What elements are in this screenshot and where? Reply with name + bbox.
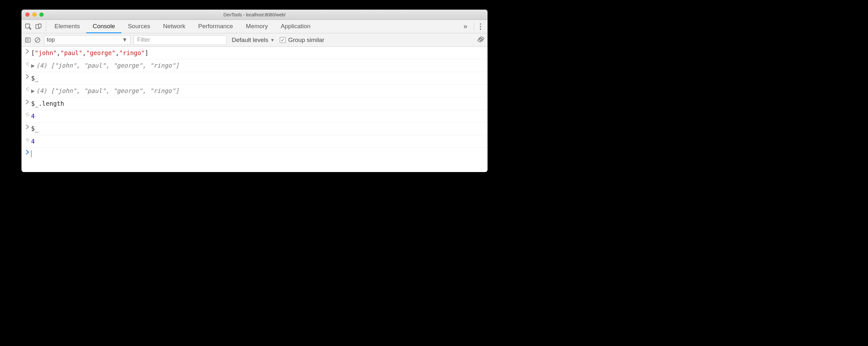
token: "paul" (84, 87, 106, 94)
console-row: ▶(4) ["john", "paul", "george", "ringo"] (22, 85, 488, 97)
console-input-line: $_.length (31, 99, 485, 108)
devtools-tabs: ElementsConsoleSourcesNetworkPerformance… (22, 20, 488, 33)
result-arrow-icon (24, 61, 31, 66)
tab-console[interactable]: Console (86, 20, 122, 33)
clear-console-icon[interactable] (34, 37, 41, 43)
token: [ (51, 87, 54, 94)
group-similar-label: Group similar (288, 36, 324, 43)
console-row: 4 (22, 135, 488, 148)
svg-marker-5 (28, 39, 29, 41)
inspect-element-icon[interactable] (25, 23, 32, 30)
token: "george" (113, 62, 143, 69)
token: , (142, 87, 150, 94)
console-settings-icon[interactable] (477, 36, 484, 43)
dropdown-caret-icon: ▼ (270, 37, 275, 42)
token: (4) (36, 62, 51, 69)
prompt-chevron-icon (24, 99, 31, 104)
log-levels-label: Default levels (232, 36, 268, 43)
window-close-button[interactable] (25, 12, 30, 17)
prompt-chevron-icon (24, 149, 31, 155)
window-minimize-button[interactable] (32, 12, 36, 17)
window-maximize-button[interactable] (39, 12, 43, 17)
token: "ringo" (150, 87, 175, 94)
svg-rect-3 (26, 38, 30, 42)
token: "john" (55, 62, 76, 69)
toggle-sidebar-icon[interactable] (25, 37, 31, 43)
svg-point-12 (29, 139, 30, 140)
token: (4) (36, 87, 51, 94)
console-toolbar: top ▼ Default levels ▼ ✓ Group similar (22, 33, 488, 47)
context-selector[interactable]: top ▼ (44, 35, 130, 45)
traffic-lights (22, 12, 43, 17)
tab-label: Elements (55, 23, 80, 30)
svg-point-8 (480, 38, 482, 40)
tab-sources[interactable]: Sources (122, 20, 157, 33)
token: "george" (113, 87, 143, 94)
settings-menu-icon[interactable] (476, 23, 485, 30)
svg-point-10 (29, 89, 30, 90)
prompt-chevron-icon (24, 124, 31, 129)
svg-point-9 (29, 63, 30, 64)
console-input-line: $_ (31, 124, 485, 133)
token: , (115, 49, 119, 56)
tab-performance[interactable]: Performance (192, 20, 240, 33)
console-row: ["john","paul","george","ringo"] (22, 47, 488, 59)
token: , (82, 49, 86, 56)
console-row (22, 148, 488, 160)
token: "paul" (84, 62, 106, 69)
token: , (142, 62, 150, 69)
device-toolbar-icon[interactable] (35, 23, 42, 30)
result-arrow-icon (24, 111, 31, 117)
window-title: DevTools - localhost:8080/web/ (22, 12, 488, 17)
token: "john" (35, 49, 57, 56)
token: $_.length (31, 100, 64, 107)
console-output-line: ▶(4) ["john", "paul", "george", "ringo"] (31, 86, 485, 95)
expand-triangle-icon[interactable]: ▶ (31, 87, 36, 94)
tab-label: Console (93, 23, 115, 30)
token: [ (31, 49, 35, 56)
svg-point-11 (29, 114, 30, 115)
text-caret (31, 150, 31, 157)
token: "john" (55, 87, 76, 94)
tab-memory[interactable]: Memory (240, 20, 274, 33)
console-row: 4 (22, 110, 488, 122)
console-input-line: $_ (31, 73, 485, 83)
token: "george" (86, 49, 116, 56)
expand-triangle-icon[interactable]: ▶ (31, 62, 36, 69)
console-output-line: ▶(4) ["john", "paul", "george", "ringo"] (31, 61, 485, 70)
token: ] (175, 87, 179, 94)
token: , (76, 62, 84, 69)
console-output[interactable]: ["john","paul","george","ringo"]▶(4) ["j… (22, 47, 488, 172)
tab-application[interactable]: Application (274, 20, 317, 33)
group-similar-checkbox[interactable]: ✓ Group similar (280, 36, 324, 43)
tab-elements[interactable]: Elements (48, 20, 86, 33)
result-arrow-icon (24, 136, 31, 142)
token: "ringo" (150, 62, 175, 69)
dropdown-caret-icon: ▼ (122, 36, 128, 43)
context-selector-value: top (47, 36, 55, 43)
svg-line-7 (36, 38, 39, 42)
divider (474, 22, 474, 31)
tab-network[interactable]: Network (157, 20, 192, 33)
tab-label: Sources (128, 23, 150, 30)
token: [ (51, 62, 54, 69)
console-row: ▶(4) ["john", "paul", "george", "ringo"] (22, 59, 488, 72)
token: , (57, 49, 60, 56)
console-input-line: ["john","paul","george","ringo"] (31, 48, 485, 58)
token: ] (175, 62, 179, 69)
tab-label: Performance (198, 23, 233, 30)
tab-label: Network (163, 23, 186, 30)
more-tabs-icon[interactable]: » (459, 23, 472, 31)
token: , (106, 87, 113, 94)
log-levels-selector[interactable]: Default levels ▼ (230, 36, 277, 43)
token: 4 (31, 138, 35, 145)
console-output-line: 4 (31, 111, 485, 121)
token: , (106, 62, 113, 69)
console-input-line[interactable] (31, 149, 485, 159)
token: ] (145, 49, 148, 56)
filter-input[interactable] (134, 35, 227, 45)
checkbox-icon: ✓ (280, 37, 286, 43)
token: $_ (31, 75, 38, 82)
devtools-window: DevTools - localhost:8080/web/ ElementsC… (22, 10, 488, 172)
console-row: $_ (22, 72, 488, 85)
